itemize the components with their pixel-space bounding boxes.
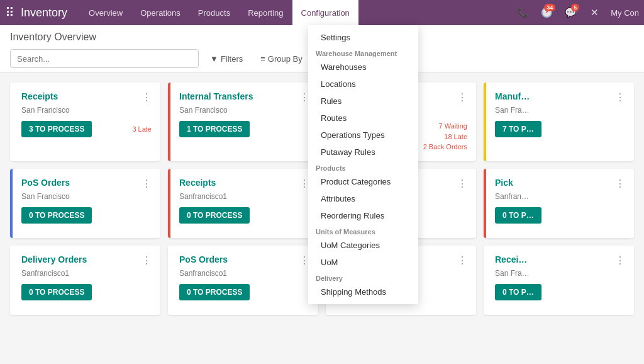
inventory-card: Recei… ⋮ San Fra… 0 TO P… bbox=[484, 246, 634, 315]
nav-configuration[interactable]: Configuration bbox=[292, 0, 358, 25]
nav-operations[interactable]: Operations bbox=[131, 0, 189, 25]
menu-icon: ≡ bbox=[260, 54, 265, 64]
card-header: Delivery Orders ⋮ bbox=[21, 254, 152, 266]
card-menu-icon[interactable]: ⋮ bbox=[457, 178, 467, 190]
inventory-card: PoS Orders ⋮ San Francisco 0 TO PROCESS bbox=[10, 169, 160, 238]
dropdown-product-categories[interactable]: Product Categories bbox=[308, 173, 418, 190]
inventory-card: PoS Orders ⋮ Sanfrancisco1 0 TO PROCESS bbox=[168, 246, 318, 315]
card-body: 0 TO P… bbox=[495, 284, 625, 300]
filters-button[interactable]: ▼ Filters bbox=[204, 52, 249, 66]
card-menu-icon[interactable]: ⋮ bbox=[142, 91, 152, 103]
card-subtitle: Sanfrancisco1 bbox=[179, 192, 309, 201]
dropdown-shipping-methods[interactable]: Shipping Methods bbox=[308, 283, 418, 300]
card-body: 0 TO PROCESS bbox=[21, 284, 152, 300]
chat-badge: 5 bbox=[571, 4, 579, 11]
dropdown-section-uom: Units of Measures bbox=[308, 224, 418, 237]
dropdown-settings[interactable]: Settings bbox=[308, 29, 418, 46]
card-header: Pick ⋮ bbox=[495, 178, 625, 190]
card-header: Internal Transfers ⋮ bbox=[179, 91, 309, 103]
card-body: 0 TO PROCESS bbox=[179, 207, 309, 224]
mycon-label[interactable]: My Con bbox=[611, 8, 639, 18]
card-subtitle: San Francisco bbox=[179, 106, 309, 115]
card-title: Receipts bbox=[179, 178, 216, 188]
process-button[interactable]: 0 TO P… bbox=[495, 284, 541, 300]
nav-right: 📞 🕐 34 💬 5 ✕ My Con bbox=[513, 3, 639, 23]
card-body: 0 TO PROCESS bbox=[179, 284, 309, 300]
card-title: Receipts bbox=[21, 91, 58, 101]
card-header: Recei… ⋮ bbox=[495, 254, 625, 266]
card-header: Manuf… ⋮ bbox=[495, 91, 625, 103]
card-body: 1 TO PROCESS bbox=[179, 121, 309, 137]
card-body: 3 TO PROCESS 3 Late bbox=[21, 121, 152, 137]
dropdown-section-delivery: Delivery bbox=[308, 271, 418, 283]
process-button[interactable]: 3 TO PROCESS bbox=[21, 121, 92, 137]
dropdown-putaway-rules[interactable]: Putaway Rules bbox=[308, 144, 418, 161]
clock-icon[interactable]: 🕐 34 bbox=[536, 3, 557, 23]
process-button[interactable]: 7 TO P… bbox=[495, 121, 541, 137]
nav-menu: Overview Operations Products Reporting C… bbox=[80, 0, 358, 25]
card-title: Delivery Orders bbox=[21, 254, 87, 264]
dropdown-uom[interactable]: UoM bbox=[308, 254, 418, 271]
card-menu-icon[interactable]: ⋮ bbox=[457, 254, 467, 266]
card-body: 7 TO P… bbox=[495, 121, 625, 137]
card-body: 0 TO P… bbox=[495, 207, 625, 224]
dropdown-uom-categories[interactable]: UoM Categories bbox=[308, 237, 418, 254]
card-subtitle: San Fra… bbox=[495, 106, 625, 115]
process-button[interactable]: 1 TO PROCESS bbox=[179, 121, 250, 137]
process-button[interactable]: 0 TO PROCESS bbox=[179, 207, 250, 224]
card-subtitle: Sanfrancisco1 bbox=[179, 269, 309, 278]
dropdown-rules[interactable]: Rules bbox=[308, 93, 418, 110]
process-button[interactable]: 0 TO PROCESS bbox=[21, 284, 92, 300]
inventory-card: Pick ⋮ Sanfran… 0 TO P… bbox=[484, 169, 634, 238]
dropdown-reordering-rules[interactable]: Reordering Rules bbox=[308, 207, 418, 224]
nav-overview[interactable]: Overview bbox=[80, 0, 131, 25]
card-stats: 7 Waiting18 Late2 Back Orders bbox=[423, 121, 467, 152]
top-nav: ⠿ Inventory Overview Operations Products… bbox=[0, 0, 644, 25]
card-subtitle: Sanfrancisco1 bbox=[21, 269, 152, 278]
card-menu-icon[interactable]: ⋮ bbox=[457, 91, 467, 103]
dropdown-section-warehouse: Warehouse Management bbox=[308, 46, 418, 59]
card-menu-icon[interactable]: ⋮ bbox=[142, 178, 152, 190]
card-subtitle: San Francisco bbox=[21, 106, 152, 115]
card-subtitle: Sanfran… bbox=[495, 192, 625, 201]
dropdown-locations[interactable]: Locations bbox=[308, 76, 418, 93]
card-body: 0 TO PROCESS bbox=[21, 207, 152, 224]
card-stats: 3 Late bbox=[132, 124, 152, 135]
card-menu-icon[interactable]: ⋮ bbox=[142, 254, 152, 266]
process-button[interactable]: 0 TO PROCESS bbox=[21, 207, 92, 224]
page-title: Inventory Overview bbox=[10, 31, 96, 42]
config-dropdown: Settings Warehouse Management Warehouses… bbox=[308, 25, 418, 304]
brand-label: Inventory bbox=[21, 6, 67, 20]
apps-icon[interactable]: ⠿ bbox=[5, 5, 14, 20]
search-input[interactable] bbox=[10, 49, 199, 68]
dropdown-routes[interactable]: Routes bbox=[308, 110, 418, 127]
filter-icon: ▼ bbox=[210, 54, 218, 64]
process-button[interactable]: 0 TO P… bbox=[495, 207, 541, 224]
dropdown-operations-types[interactable]: Operations Types bbox=[308, 127, 418, 144]
card-menu-icon[interactable]: ⋮ bbox=[615, 178, 625, 190]
card-header: Receipts ⋮ bbox=[179, 178, 309, 190]
card-header: Receipts ⋮ bbox=[21, 91, 152, 103]
inventory-card: Internal Transfers ⋮ San Francisco 1 TO … bbox=[168, 82, 318, 161]
card-subtitle: San Francisco bbox=[21, 192, 152, 201]
process-button[interactable]: 0 TO PROCESS bbox=[179, 284, 250, 300]
card-title: Internal Transfers bbox=[179, 91, 253, 101]
card-title: Recei… bbox=[495, 254, 527, 264]
nav-reporting[interactable]: Reporting bbox=[239, 0, 292, 25]
inventory-card: Receipts ⋮ San Francisco 3 TO PROCESS 3 … bbox=[10, 82, 160, 161]
card-title: Manuf… bbox=[495, 91, 530, 101]
card-menu-icon[interactable]: ⋮ bbox=[615, 91, 625, 103]
phone-icon[interactable]: 📞 bbox=[513, 3, 533, 23]
inventory-card: Delivery Orders ⋮ Sanfrancisco1 0 TO PRO… bbox=[10, 246, 160, 315]
dropdown-attributes[interactable]: Attributes bbox=[308, 190, 418, 207]
card-header: PoS Orders ⋮ bbox=[179, 254, 309, 266]
card-title: PoS Orders bbox=[179, 254, 228, 264]
close-icon[interactable]: ✕ bbox=[584, 3, 604, 23]
card-title: PoS Orders bbox=[21, 178, 70, 188]
dropdown-warehouses[interactable]: Warehouses bbox=[308, 59, 418, 76]
card-menu-icon[interactable]: ⋮ bbox=[615, 254, 625, 266]
nav-products[interactable]: Products bbox=[189, 0, 239, 25]
chat-icon[interactable]: 💬 5 bbox=[560, 3, 580, 23]
card-header: PoS Orders ⋮ bbox=[21, 178, 152, 190]
group-by-button[interactable]: ≡ Group By bbox=[254, 52, 309, 66]
